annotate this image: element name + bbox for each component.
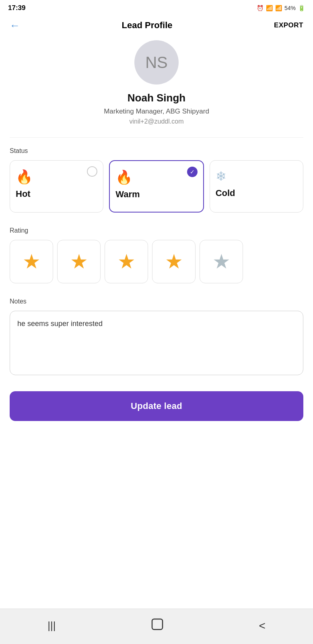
menu-button[interactable]: ||| — [35, 618, 68, 634]
divider — [10, 137, 303, 138]
wifi-icon: 📶 — [266, 5, 273, 11]
star-1[interactable]: ★ — [10, 240, 53, 283]
avatar: NS — [134, 40, 179, 85]
star-4-icon: ★ — [165, 250, 183, 273]
svg-rect-0 — [152, 619, 163, 630]
star-2-icon: ★ — [70, 250, 88, 273]
status-bar: 17:39 ⏰ 📶 📶 54% 🔋 — [0, 0, 313, 14]
status-icons: ⏰ 📶 📶 54% 🔋 — [257, 5, 305, 11]
rating-section: Rating ★ ★ ★ ★ ★ — [0, 227, 313, 283]
status-card-cold[interactable]: ❄ Cold — [210, 160, 303, 213]
back-nav-button[interactable]: < — [247, 618, 277, 634]
status-label: Status — [10, 147, 303, 155]
bottom-nav: ||| < — [0, 609, 313, 644]
rating-label: Rating — [10, 227, 303, 234]
star-1-icon: ★ — [23, 250, 41, 273]
status-cards: 🔥 Hot ✓ 🔥 Warm ❄ Cold — [10, 160, 303, 213]
signal-icon: 📶 — [275, 5, 282, 11]
star-3-icon: ★ — [117, 250, 136, 273]
status-time: 17:39 — [8, 4, 25, 12]
status-radio-hot — [87, 166, 97, 177]
status-card-hot[interactable]: 🔥 Hot — [10, 160, 103, 213]
alarm-icon: ⏰ — [257, 5, 264, 11]
cold-label: Cold — [216, 188, 235, 198]
update-lead-button[interactable]: Update lead — [10, 391, 303, 421]
hot-icon: 🔥 — [16, 169, 33, 185]
page-title: Lead Profile — [122, 20, 173, 31]
battery-level: 54% — [284, 5, 296, 11]
home-button[interactable] — [139, 616, 176, 635]
star-5[interactable]: ★ — [200, 240, 243, 283]
profile-name: Noah Singh — [128, 92, 185, 104]
profile-job-title: Marketing Manager, ABG Shipyard — [104, 107, 209, 116]
warm-icon: 🔥 — [115, 169, 132, 185]
notes-input[interactable]: he seems super interested — [10, 311, 303, 375]
profile-email: vinil+2@zuddl.com — [130, 118, 184, 125]
notes-section: Notes he seems super interested — [0, 298, 313, 377]
status-card-warm[interactable]: ✓ 🔥 Warm — [109, 160, 204, 213]
update-button-wrap: Update lead — [0, 391, 313, 433]
rating-stars: ★ ★ ★ ★ ★ — [10, 240, 303, 283]
battery-icon: 🔋 — [298, 5, 305, 11]
top-nav: ← Lead Profile EXPORT — [0, 14, 313, 36]
back-button[interactable]: ← — [10, 20, 20, 31]
status-check-warm: ✓ — [187, 167, 198, 177]
hot-label: Hot — [16, 189, 31, 199]
star-5-icon: ★ — [212, 250, 231, 273]
export-button[interactable]: EXPORT — [274, 21, 303, 29]
warm-label: Warm — [115, 189, 140, 200]
star-3[interactable]: ★ — [105, 240, 148, 283]
star-2[interactable]: ★ — [57, 240, 101, 283]
notes-label: Notes — [10, 298, 303, 305]
profile-section: NS Noah Singh Marketing Manager, ABG Shi… — [0, 36, 313, 137]
status-section: Status 🔥 Hot ✓ 🔥 Warm ❄ Cold — [0, 147, 313, 213]
star-4[interactable]: ★ — [152, 240, 196, 283]
cold-icon: ❄ — [216, 169, 227, 184]
